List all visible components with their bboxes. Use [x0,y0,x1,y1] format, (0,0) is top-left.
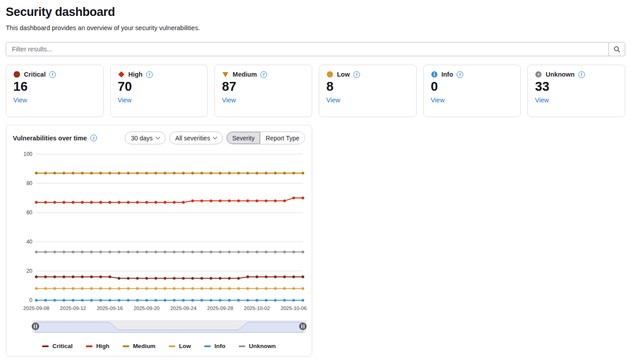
severity-card-info: Info i 0 View [423,65,521,117]
critical-severity-icon [13,71,20,78]
chevron-down-icon [213,135,217,139]
severity-card-high: High i 70 View [110,65,208,117]
severity-card-critical: Critical i 16 View [6,65,104,117]
severity-count: 0 [431,79,514,94]
svg-text:0: 0 [29,297,32,303]
chart-legend: Critical High Medium Low Info [13,343,305,349]
legend-label: High [96,343,109,349]
info-icon[interactable]: i [457,71,463,78]
legend-item-info[interactable]: Info [204,343,225,349]
svg-text:80: 80 [27,180,33,186]
severity-label: High [128,71,143,78]
legend-dash-icon [123,345,129,347]
legend-item-critical[interactable]: Critical [42,343,73,349]
search-icon [613,46,621,53]
legend-item-unknown[interactable]: Unknown [239,343,276,349]
severity-cards-row: Critical i 16 View High i 70 View Medium… [6,65,625,117]
legend-item-medium[interactable]: Medium [123,343,155,349]
info-severity-icon [431,71,438,78]
svg-text:2025-09-24: 2025-09-24 [170,306,197,311]
slider-handle-left[interactable] [32,323,39,330]
svg-text:2025-09-20: 2025-09-20 [134,306,160,311]
severity-card-low: Low i 8 View [319,65,417,117]
chart-mode-toggle: Severity Report Type [226,132,305,144]
svg-text:2025-10-06: 2025-10-06 [281,306,307,311]
legend-label: Info [214,343,225,349]
svg-text:2025-09-28: 2025-09-28 [207,306,233,311]
filter-bar [6,42,625,56]
severity-card-header: Critical i [13,71,96,78]
svg-text:60: 60 [27,209,33,216]
view-link[interactable]: View [535,97,549,104]
page-title: Security dashboard [6,5,625,19]
severity-card-header: ? Unknown i [535,71,618,78]
toggle-report-type[interactable]: Report Type [260,132,305,144]
svg-text:2025-09-08: 2025-09-08 [23,306,50,311]
info-icon[interactable]: i [146,71,153,78]
severity-card-header: Low i [326,71,409,78]
view-link[interactable]: View [431,97,445,104]
legend-label: Low [179,343,191,349]
severities-dropdown[interactable]: All severities [169,132,223,144]
info-icon[interactable]: i [49,71,56,78]
chart-area: 0204060801002025-09-082025-09-122025-09-… [13,148,305,337]
info-icon[interactable]: i [353,71,360,78]
severity-count: 87 [222,79,305,94]
legend-dash-icon [42,345,49,347]
toggle-severity[interactable]: Severity [227,132,260,144]
severity-card-medium: Medium i 87 View [214,65,312,117]
chevron-down-icon [155,135,160,139]
severity-label: Low [337,71,350,78]
legend-dash-icon [169,345,175,347]
chart-panel-header: Vulnerabilities over time i 30 days All … [13,132,305,144]
severity-label: Unknown [546,71,574,78]
legend-item-high[interactable]: High [86,343,109,349]
view-link[interactable]: View [118,97,132,104]
legend-dash-icon [239,345,245,347]
severity-count: 33 [535,79,618,94]
chart-info-icon[interactable]: i [90,135,97,141]
view-link[interactable]: View [13,97,27,104]
severity-card-unknown: ? Unknown i 33 View [527,65,625,117]
svg-text:2025-10-02: 2025-10-02 [244,306,270,311]
svg-text:2025-09-16: 2025-09-16 [97,306,123,311]
view-link[interactable]: View [326,97,340,104]
info-icon[interactable]: i [578,71,585,78]
severity-card-header: Medium i [222,71,305,78]
security-dashboard-page: Security dashboard This dashboard provid… [0,0,631,360]
view-link[interactable]: View [222,97,236,104]
low-severity-icon [326,71,333,78]
chart-title: Vulnerabilities over time [13,135,87,142]
svg-text:?: ? [537,72,540,77]
severity-label: Medium [232,71,257,78]
severity-count: 8 [326,79,409,94]
legend-label: Critical [52,343,73,349]
legend-dash-icon [204,345,211,347]
unknown-severity-icon: ? [535,71,542,78]
chart-range-slider[interactable] [15,319,307,335]
legend-label: Unknown [249,343,276,349]
slider-handle-right[interactable] [299,323,307,330]
svg-text:40: 40 [27,239,33,245]
days-dropdown[interactable]: 30 days [125,132,166,144]
info-icon[interactable]: i [260,71,267,78]
medium-severity-icon [222,71,229,78]
vulnerabilities-line-chart: 0204060801002025-09-082025-09-122025-09-… [15,148,307,313]
search-button[interactable] [608,43,625,56]
legend-dash-icon [86,345,93,347]
svg-text:100: 100 [23,151,32,157]
legend-label: Medium [133,343,155,349]
severity-count: 70 [118,79,201,94]
svg-text:20: 20 [27,268,33,274]
page-subtitle: This dashboard provides an overview of y… [6,24,625,31]
severity-card-header: High i [118,71,201,78]
filter-input[interactable] [6,43,608,56]
svg-text:2025-09-12: 2025-09-12 [60,306,86,311]
vulnerabilities-over-time-panel: Vulnerabilities over time i 30 days All … [6,125,312,356]
severity-count: 16 [13,79,96,94]
severity-label: Critical [24,71,46,78]
severity-label: Info [441,71,453,78]
high-severity-icon [118,71,125,78]
severity-card-header: Info i [431,71,514,78]
legend-item-low[interactable]: Low [169,343,191,349]
